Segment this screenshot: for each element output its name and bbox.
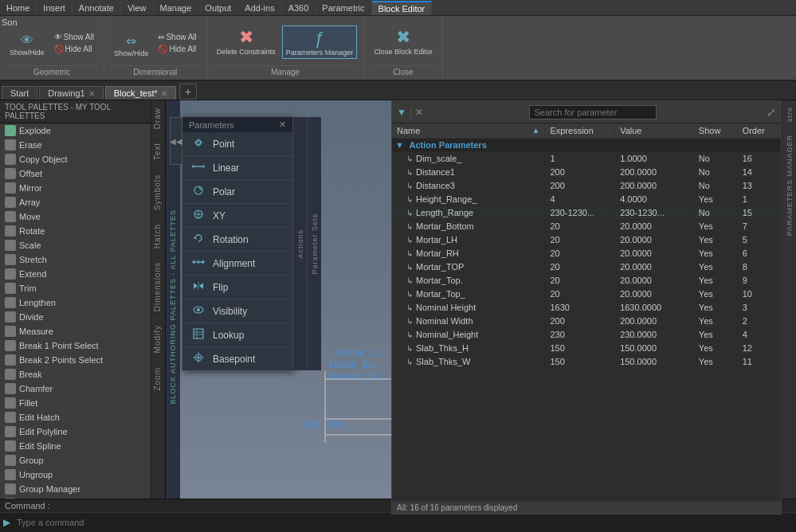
table-row[interactable]: ↳Mortar_LH 20 20.0000 Yes 5 <box>392 233 781 247</box>
geometric-show-all-btn[interactable]: 👁 Show All <box>51 32 97 42</box>
param-section-row: ▼ Action Parameters <box>392 139 781 152</box>
palette-item-chamfer[interactable]: Chamfer <box>0 381 151 396</box>
table-row[interactable]: ↳Mortar_Bottom 20 20.0000 Yes 7 <box>392 220 781 233</box>
palette-item-editspline[interactable]: Edit Spline <box>0 439 151 453</box>
palette-item-stretch[interactable]: Stretch <box>0 252 151 267</box>
palette-item-ungroup[interactable]: Ungroup <box>0 467 151 482</box>
table-row[interactable]: ↳Nominal Width 200 200.0000 Yes 2 <box>392 315 781 328</box>
palette-item-break1[interactable]: Break 1 Point Select <box>0 338 151 353</box>
palette-item-explode[interactable]: Explode <box>0 123 151 138</box>
param-filter-icon[interactable]: ▼ <box>397 107 406 118</box>
command-input[interactable] <box>14 516 796 529</box>
ribbon-tab-addins[interactable]: Add-ins <box>238 2 281 14</box>
palette-item-measure[interactable]: Measure <box>0 324 151 338</box>
dropdown-item-visibility[interactable]: Visibility <box>182 299 292 323</box>
palette-item-group[interactable]: Group <box>0 453 151 467</box>
col-expression: Expression <box>545 123 615 139</box>
ribbon-tab-a360[interactable]: A360 <box>282 2 316 14</box>
param-table: Name ▲ Expression Value Show Order <box>392 123 781 501</box>
dropdown-item-polar[interactable]: Polar <box>182 180 292 204</box>
actions-label[interactable]: Actions <box>292 117 307 370</box>
table-row[interactable]: ↳Slab_Thks_W 150 150.0000 Yes 11 <box>392 355 781 369</box>
tab-block-test-close[interactable]: ✕ <box>161 89 167 98</box>
table-row[interactable]: ↳Mortar_RH 20 20.0000 Yes 6 <box>392 247 781 260</box>
table-row[interactable]: ↳Mortar_Top. 20 20.0000 Yes 9 <box>392 274 781 288</box>
palette-item-copyobject[interactable]: Copy Object <box>0 152 151 166</box>
palette-item-lengthen[interactable]: Lengthen <box>0 295 151 310</box>
table-row[interactable]: ↳Length_Range 230-1230... 230-1230... No… <box>392 206 781 220</box>
tab-start[interactable]: Start <box>2 86 37 100</box>
palette-item-groupmanager[interactable]: Group Manager <box>0 482 151 496</box>
ribbon-tab-annotate[interactable]: Annotate <box>73 2 121 14</box>
vert-tab-dimensions[interactable]: Dimensions <box>151 255 165 318</box>
table-row[interactable]: ↳Nominal_Height 230 230.0000 Yes 4 <box>392 328 781 342</box>
palette-item-divide[interactable]: Divide <box>0 310 151 324</box>
dropdown-item-flip[interactable]: Flip <box>182 276 292 299</box>
palette-item-break[interactable]: Break <box>0 367 151 381</box>
tab-block-test[interactable]: Block_test* ✕ <box>105 86 176 100</box>
dimensional-show-hide-btn[interactable]: ⇔ Show/Hide <box>111 32 152 59</box>
table-row[interactable]: ↳Distance3 200 200.0000 No 13 <box>392 179 781 193</box>
dropdown-expand-btn[interactable]: ◀◀ <box>170 117 182 165</box>
table-row[interactable]: ↳Nominal Height 1630 1630.0000 Yes 3 <box>392 301 781 315</box>
ribbon-tab-blockeditor[interactable]: Block Editor <box>372 1 433 15</box>
param-manager-side[interactable]: stre PARAMETERS MANAGER <box>782 100 796 513</box>
dropdown-close-btn[interactable]: ✕ <box>279 119 286 130</box>
dimensional-hide-all-btn[interactable]: 🚫 Hide All <box>155 44 199 54</box>
param-close-icon[interactable]: ✕ <box>415 107 423 118</box>
dropdown-item-alignment[interactable]: Alignment <box>182 252 292 276</box>
param-search-input[interactable] <box>529 105 657 119</box>
parameter-sets-label[interactable]: Parameter Sets <box>307 117 321 370</box>
table-row[interactable]: ↳Slab_Thks_H 150 150.0000 Yes 12 <box>392 342 781 355</box>
vert-tab-draw[interactable]: Draw <box>151 100 165 135</box>
table-row[interactable]: ↳Mortar_TOP 20 20.0000 Yes 8 <box>392 260 781 274</box>
param-resize-btn[interactable]: ⤢ <box>767 106 776 119</box>
canvas-container: Draw Text Symbols Hatch Dimensions Modif… <box>151 100 796 513</box>
parameters-manager-btn[interactable]: ƒ Parameters Manager <box>282 25 358 59</box>
table-row[interactable]: ↳Mortar_Top_ 20 20.0000 Yes 10 <box>392 288 781 301</box>
dimensional-show-all-btn[interactable]: ⇔ Show All <box>155 32 199 42</box>
palette-item-fillet[interactable]: Fillet <box>0 396 151 410</box>
palette-item-break2[interactable]: Break 2 Points Select <box>0 353 151 367</box>
ribbon-tab-home[interactable]: Home <box>0 2 37 14</box>
ribbon-tab-output[interactable]: Output <box>198 2 238 14</box>
vert-tab-zoom[interactable]: Zoom <box>151 360 165 397</box>
tab-add-btn[interactable]: + <box>179 84 197 100</box>
palette-item-offset[interactable]: Offset <box>0 166 151 181</box>
palette-item-trim[interactable]: Trim <box>0 281 151 295</box>
table-row[interactable]: ↳Distance1 200 200.0000 No 14 <box>392 166 781 179</box>
palette-item-array[interactable]: Array <box>0 195 151 209</box>
palette-item-editpolyline[interactable]: Edit Polyline <box>0 424 151 439</box>
vert-tab-hatch[interactable]: Hatch <box>151 217 165 255</box>
vert-tab-modify[interactable]: Modify <box>151 318 165 359</box>
linear-icon <box>190 160 206 175</box>
dropdown-item-linear[interactable]: Linear <box>182 156 292 180</box>
ribbon-tab-manage[interactable]: Manage <box>154 2 199 14</box>
geometric-show-hide-btn[interactable]: 👁 Show/Hide <box>6 32 48 58</box>
palette-item-move[interactable]: Move <box>0 209 151 224</box>
tab-drawing1-close[interactable]: ✕ <box>88 89 95 98</box>
ribbon-tab-parametric[interactable]: Parametric <box>316 2 371 14</box>
dropdown-item-xy[interactable]: XY <box>182 204 292 228</box>
palette-item-edithatch[interactable]: Edit Hatch <box>0 410 151 424</box>
dropdown-item-lookup[interactable]: Lookup <box>182 323 292 347</box>
dropdown-item-basepoint[interactable]: Basepoint <box>182 347 292 370</box>
tab-drawing1[interactable]: Drawing1 ✕ <box>39 86 103 100</box>
delete-constraints-btn[interactable]: ✖ Delete Constraints <box>214 25 279 59</box>
vert-tab-text[interactable]: Text <box>151 135 165 166</box>
palette-item-extend[interactable]: Extend <box>0 267 151 281</box>
dropdown-item-point[interactable]: Point <box>182 132 292 156</box>
palette-item-rotate[interactable]: Rotate <box>0 224 151 238</box>
palette-item-erase[interactable]: Erase <box>0 138 151 152</box>
palette-item-scale[interactable]: Scale <box>0 238 151 252</box>
close-block-editor-btn[interactable]: ✖ Close Block Editor <box>371 25 436 57</box>
ribbon-tab-view[interactable]: View <box>121 2 154 14</box>
geometric-hide-all-btn[interactable]: 🚫 Hide All <box>51 44 97 54</box>
dropdown-item-rotation[interactable]: Rotation <box>182 228 292 252</box>
vert-tab-symbols[interactable]: Symbols <box>151 167 165 217</box>
palette-item-mirror[interactable]: Mirror <box>0 181 151 195</box>
svg-marker-11 <box>194 237 197 239</box>
table-row[interactable]: ↳Height_Range_ 4 4.0000 Yes 1 <box>392 193 781 206</box>
ribbon-tab-insert[interactable]: Insert <box>37 2 73 14</box>
table-row[interactable]: ↳Dim_scale_ 1 1.0000 No 16 <box>392 152 781 166</box>
